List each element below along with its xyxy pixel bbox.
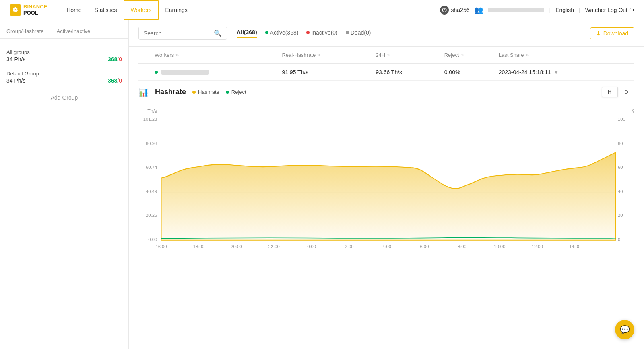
svg-text:80: 80 [618, 141, 623, 146]
logout-button[interactable]: Watcher Log Out ↪ [585, 6, 634, 14]
svg-text:20: 20 [618, 213, 623, 218]
row-24h: 93.66 Th/s [372, 64, 441, 81]
svg-text:0.00: 0.00 [148, 237, 157, 242]
table-header-row: Workers ⇅ Real-Hashrate ⇅ [138, 47, 634, 64]
period-d-button[interactable]: D [619, 87, 634, 97]
svg-text:0: 0 [618, 237, 620, 242]
toolbar: 🔍 All(368) Active(368) Inactive(0) Dead(… [129, 20, 644, 47]
users-icon: 👥 [474, 6, 483, 15]
svg-text:2:00: 2:00 [345, 244, 354, 249]
svg-text:6:00: 6:00 [420, 244, 429, 249]
svg-text:14:00: 14:00 [569, 244, 580, 249]
svg-text:60.74: 60.74 [146, 165, 157, 170]
lang-sep2: | [579, 7, 580, 13]
svg-text:12:00: 12:00 [532, 244, 543, 249]
svg-text:80.98: 80.98 [146, 141, 157, 146]
chart-title-icon: 📊 [138, 87, 149, 97]
count-active: 368 [108, 56, 117, 62]
svg-text:60: 60 [618, 165, 623, 170]
sort-reject[interactable]: Reject ⇅ [444, 52, 492, 58]
filter-inactive[interactable]: Inactive(0) [306, 29, 337, 38]
group-stats: 34 Ph/s 368/0 [6, 56, 122, 62]
chart-section: 📊 Hashrate Hashrate Reject H D [129, 81, 644, 267]
legend-dot-green [226, 91, 229, 94]
chat-button[interactable]: 💬 [615, 320, 634, 339]
sidebar-tab-active[interactable]: Active/Inactive [54, 28, 94, 38]
download-icon: ⬇ [596, 30, 601, 37]
row-last-share: 2023-04-24 15:18:11 ▼ [495, 64, 634, 81]
filter-all[interactable]: All(368) [237, 29, 257, 38]
active-dot [265, 31, 268, 34]
sort-icon: ⇅ [526, 53, 529, 57]
chart-title: Hashrate [155, 88, 186, 96]
filter-tabs: All(368) Active(368) Inactive(0) Dead(0) [237, 29, 371, 38]
group-hashrate: 34 Ph/s [6, 56, 25, 62]
nav-workers[interactable]: Workers [124, 0, 159, 20]
expand-icon[interactable]: ▼ [553, 69, 559, 75]
search-input[interactable] [144, 30, 211, 37]
legend-hashrate: Hashrate [192, 89, 219, 95]
svg-text:20.25: 20.25 [146, 213, 157, 218]
row-checkbox-cell [138, 64, 151, 81]
header: BINANCE POOL Home Statistics Workers Ear… [0, 0, 644, 20]
svg-text:%: % [632, 108, 634, 114]
row-checkbox[interactable] [142, 69, 147, 74]
svg-text:40.49: 40.49 [146, 189, 157, 194]
sort-last-share[interactable]: Last Share ⇅ [499, 52, 631, 58]
logo-text: BINANCE POOL [23, 4, 47, 16]
workers-table: Workers ⇅ Real-Hashrate ⇅ [138, 47, 634, 81]
sort-icon: ⇅ [461, 53, 464, 57]
th-reject: Reject ⇅ [441, 47, 495, 64]
svg-text:0:00: 0:00 [307, 244, 316, 249]
period-h-button[interactable]: H [602, 87, 617, 97]
language-selector[interactable]: English [555, 7, 574, 13]
download-button[interactable]: ⬇ Download [590, 27, 634, 39]
th-24h: 24H ⇅ [372, 47, 441, 64]
algo-icon [440, 6, 449, 15]
select-all-checkbox[interactable] [142, 52, 147, 57]
svg-text:10:00: 10:00 [494, 244, 505, 249]
th-last-share: Last Share ⇅ [495, 47, 634, 64]
search-icon: 🔍 [214, 29, 222, 37]
algo-badge: sha256 [440, 6, 470, 15]
sort-icon: ⇅ [175, 53, 179, 57]
legend-reject: Reject [226, 89, 246, 95]
nav-home[interactable]: Home [60, 0, 88, 20]
chart-wrap: Th/s 101.23 80.98 60.74 40.49 20.25 0.00… [138, 104, 634, 261]
chat-icon: 💬 [620, 325, 630, 334]
group-all-groups[interactable]: All groups 34 Ph/s 368/0 [0, 45, 128, 66]
group-counts: 368/0 [108, 77, 122, 84]
add-group-button[interactable]: Add Group [0, 88, 128, 107]
count-inactive: 0 [119, 56, 122, 62]
logo[interactable]: BINANCE POOL [10, 4, 47, 16]
group-name: All groups [6, 49, 122, 55]
main-content: 🔍 All(368) Active(368) Inactive(0) Dead(… [129, 20, 644, 349]
main-nav: Home Statistics Workers Earnings [60, 0, 194, 20]
svg-text:Th/s: Th/s [147, 108, 157, 114]
worker-status-dot [155, 71, 158, 74]
count-active: 368 [108, 77, 117, 84]
group-hashrate: 34 Ph/s [6, 77, 25, 84]
sidebar-tab-group[interactable]: Group/Hashrate [6, 28, 47, 38]
hashrate-chart: Th/s 101.23 80.98 60.74 40.49 20.25 0.00… [138, 104, 634, 261]
algo-label: sha256 [451, 7, 470, 13]
group-stats: 34 Ph/s 368/0 [6, 77, 122, 84]
row-reject: 0.00% [441, 64, 495, 81]
filter-active[interactable]: Active(368) [265, 29, 299, 38]
account-masked [488, 8, 544, 12]
th-workers: Workers ⇅ [151, 47, 279, 64]
binance-logo-icon [10, 4, 21, 16]
inactive-dot [306, 31, 310, 34]
sort-workers[interactable]: Workers ⇅ [155, 52, 275, 58]
nav-earnings[interactable]: Earnings [159, 0, 194, 20]
sort-icon: ⇅ [317, 53, 320, 57]
sort-24h[interactable]: 24H ⇅ [376, 52, 438, 58]
sort-hashrate[interactable]: Real-Hashrate ⇅ [282, 52, 369, 58]
search-box[interactable]: 🔍 [138, 27, 227, 40]
filter-dead[interactable]: Dead(0) [346, 29, 371, 38]
table-row: 91.95 Th/s 93.66 Th/s 0.00% 2023-04-24 1… [138, 64, 634, 81]
main-layout: Group/Hashrate Active/Inactive All group… [0, 20, 644, 349]
svg-text:40: 40 [618, 189, 623, 194]
group-default[interactable]: Default Group 34 Ph/s 368/0 [0, 66, 128, 88]
nav-statistics[interactable]: Statistics [88, 0, 124, 20]
